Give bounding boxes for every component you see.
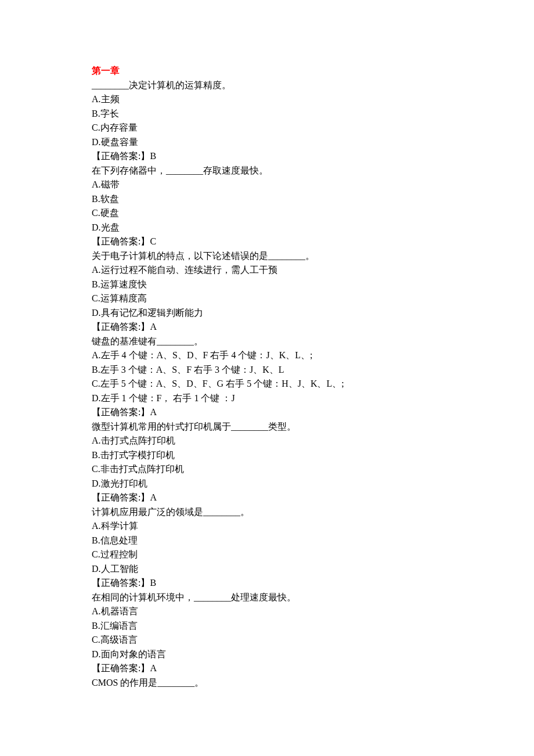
question-block: 计算机应用最广泛的领域是________。 A.科学计算 B.信息处理 C.过程… [92,505,442,591]
question-stem: ________决定计算机的运算精度。 [92,78,442,93]
answer-label: 【正确答案:】 [92,492,150,502]
question-block: CMOS 的作用是________。 [92,676,442,690]
answer-value: C [150,236,156,246]
question-option: B.左手 3 个键：A、S、F 右手 3 个键：J、K、L [92,363,442,377]
answer-label: 【正确答案:】 [92,407,150,417]
answer-value: B [150,151,156,161]
question-block: 在相同的计算机环境中，________处理速度最快。 A.机器语言 B.汇编语言… [92,591,442,676]
question-option: D.硬盘容量 [92,135,442,150]
question-option: B.击打式字模打印机 [92,448,442,463]
answer-label: 【正确答案:】 [92,322,150,332]
question-stem: 计算机应用最广泛的领域是________。 [92,505,442,520]
question-option: A.机器语言 [92,604,442,619]
question-block: 关于电子计算机的特点，以下论述错误的是________。 A.运行过程不能自动、… [92,249,442,334]
question-answer: 【正确答案:】A [92,661,442,676]
question-answer: 【正确答案:】B [92,576,442,591]
question-option: A.磁带 [92,178,442,192]
question-option: A.击打式点阵打印机 [92,434,442,448]
question-stem: 微型计算机常用的针式打印机属于________类型。 [92,420,442,434]
question-answer: 【正确答案:】B [92,149,442,164]
answer-value: A [150,663,157,673]
question-answer: 【正确答案:】A [92,405,442,420]
question-option: A.运行过程不能自动、连续进行，需人工干预 [92,263,442,278]
question-stem: CMOS 的作用是________。 [92,676,442,690]
question-option: C.过程控制 [92,548,442,562]
question-option: D.人工智能 [92,562,442,577]
answer-label: 【正确答案:】 [92,151,150,161]
question-option: B.运算速度快 [92,278,442,292]
question-block: 微型计算机常用的针式打印机属于________类型。 A.击打式点阵打印机 B.… [92,420,442,505]
document-page: 第一章 ________决定计算机的运算精度。 A.主频 B.字长 C.内存容量… [0,0,534,725]
question-option: C.左手 5 个键：A、S、D、F、G 右手 5 个键：H、J、K、L、; [92,377,442,391]
question-option: C.非击打式点阵打印机 [92,462,442,477]
question-option: C.内存容量 [92,121,442,135]
answer-label: 【正确答案:】 [92,236,150,246]
question-option: B.信息处理 [92,534,442,548]
question-option: D.左手 1 个键：F， 右手 1 个键 ：J [92,391,442,406]
question-answer: 【正确答案:】A [92,320,442,334]
question-option: D.面向对象的语言 [92,647,442,662]
question-stem: 键盘的基准键有________。 [92,334,442,349]
question-option: D.激光打印机 [92,477,442,491]
answer-label: 【正确答案:】 [92,663,150,673]
question-option: B.汇编语言 [92,619,442,633]
answer-value: A [150,322,157,332]
answer-value: A [150,492,157,502]
question-block: 键盘的基准键有________。 A.左手 4 个键：A、S、D、F 右手 4 … [92,334,442,420]
question-block: ________决定计算机的运算精度。 A.主频 B.字长 C.内存容量 D.硬… [92,78,442,164]
question-answer: 【正确答案:】C [92,235,442,249]
answer-label: 【正确答案:】 [92,578,150,588]
question-option: B.字长 [92,107,442,121]
chapter-title: 第一章 [92,64,442,78]
question-stem: 在下列存储器中，________存取速度最快。 [92,164,442,178]
question-option: C.运算精度高 [92,291,442,306]
answer-value: A [150,407,157,417]
question-option: B.软盘 [92,192,442,207]
question-block: 在下列存储器中，________存取速度最快。 A.磁带 B.软盘 C.硬盘 D… [92,164,442,249]
question-stem: 关于电子计算机的特点，以下论述错误的是________。 [92,249,442,264]
question-answer: 【正确答案:】A [92,491,442,505]
question-option: D.具有记忆和逻辑判断能力 [92,306,442,321]
question-option: C.硬盘 [92,206,442,221]
question-option: A.主频 [92,92,442,107]
question-stem: 在相同的计算机环境中，________处理速度最快。 [92,591,442,605]
question-option: D.光盘 [92,221,442,235]
question-option: C.高级语言 [92,633,442,647]
answer-value: B [150,578,156,588]
question-option: A.左手 4 个键：A、S、D、F 右手 4 个键：J、K、L、; [92,348,442,363]
question-option: A.科学计算 [92,519,442,534]
